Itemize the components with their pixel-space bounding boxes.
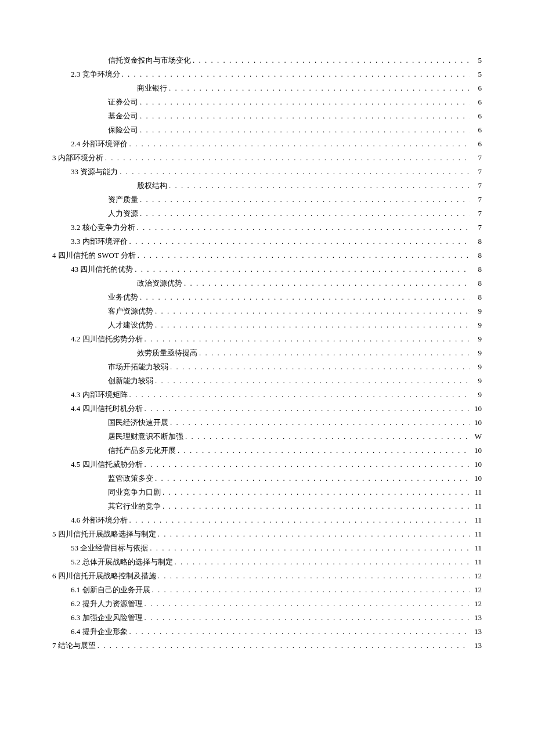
toc-leader-dots	[140, 207, 470, 221]
toc-page-number: 8	[471, 276, 482, 290]
toc-label: 43 四川信托的优势	[71, 262, 133, 276]
toc-page-number: 13	[471, 611, 482, 625]
toc-page-number: 9	[471, 318, 482, 332]
toc-page-number: 6	[471, 123, 482, 137]
toc-leader-dots	[169, 179, 470, 193]
toc-page-number: 10	[471, 416, 482, 430]
toc-leader-dots	[129, 137, 470, 151]
toc-label: 4 四川信托的 SWOT 分析	[52, 249, 136, 262]
toc-entry: 43 四川信托的优势8	[52, 262, 482, 276]
toc-leader-dots	[145, 332, 470, 346]
toc-page-number: 6	[471, 81, 482, 95]
toc-leader-dots	[185, 430, 470, 444]
toc-leader-dots	[129, 388, 470, 402]
toc-entry: 保险公司6	[52, 123, 482, 137]
toc-label: 创新能力较弱	[108, 374, 153, 388]
toc-page-number: 5	[471, 53, 482, 67]
toc-label: 基金公司	[108, 109, 138, 123]
toc-page-number: 10	[471, 444, 482, 458]
toc-page-number: 9	[471, 346, 482, 360]
toc-page-number: 6	[471, 95, 482, 109]
toc-label: 监管政策多变	[108, 471, 153, 485]
toc-entry: 2.3 竞争环境分5	[52, 67, 482, 81]
toc-label: 53 企业经营目标与依据	[71, 541, 148, 555]
toc-label: 业务优势	[108, 290, 138, 304]
toc-leader-dots	[129, 625, 470, 639]
toc-page-number: 9	[471, 360, 482, 374]
toc-leader-dots	[145, 402, 470, 416]
table-of-contents: 信托资金投向与市场变化52.3 竞争环境分5商业银行6证券公司6基金公司6保险公…	[52, 53, 482, 653]
toc-entry: 4.2 四川信托劣势分析9	[52, 332, 482, 346]
toc-leader-dots	[145, 597, 470, 611]
toc-page-number: 7	[471, 151, 482, 165]
toc-entry: 3.2 核心竞争力分析7	[52, 221, 482, 235]
toc-label: 保险公司	[108, 123, 138, 137]
toc-entry: 国民经济快速开展10	[52, 416, 482, 430]
toc-label: 信托资金投向与市场变化	[108, 53, 191, 67]
toc-entry: 4 四川信托的 SWOT 分析8	[52, 249, 482, 262]
toc-entry: 4.4 四川信托时机分析10	[52, 402, 482, 416]
toc-label: 客户资源优势	[108, 304, 153, 318]
toc-label: 3 内部环境分析	[52, 151, 103, 165]
toc-page-number: 11	[471, 513, 482, 527]
toc-leader-dots	[150, 541, 470, 555]
toc-label: 同业竞争力口剧	[108, 485, 161, 499]
toc-leader-dots	[135, 262, 470, 276]
toc-label: 其它行业的竞争	[108, 499, 161, 513]
toc-page-number: 6	[471, 137, 482, 151]
toc-label: 3.3 内部环境评价	[71, 235, 128, 249]
toc-page-number: 7	[471, 221, 482, 235]
toc-label: 5 四川信托开展战略选择与制定	[52, 527, 156, 541]
toc-entry: 6.4 提升企业形象13	[52, 625, 482, 639]
toc-label: 4.6 外部环境分析	[71, 513, 128, 527]
toc-leader-dots	[158, 569, 470, 583]
toc-leader-dots	[152, 583, 470, 597]
toc-label: 资产质量	[108, 193, 138, 207]
toc-page-number: 7	[471, 165, 482, 179]
toc-leader-dots	[129, 513, 470, 527]
toc-label: 4.4 四川信托时机分析	[71, 402, 143, 416]
toc-label: 人才建设优势	[108, 318, 153, 332]
toc-entry: 市场开拓能力较弱9	[52, 360, 482, 374]
toc-leader-dots	[163, 499, 470, 513]
toc-page-number: 9	[471, 388, 482, 402]
toc-label: 7 结论与展望	[52, 639, 96, 653]
toc-leader-dots	[120, 165, 470, 179]
toc-label: 6 四川信托开展战略控制及措施	[52, 569, 156, 583]
toc-page-number: 9	[471, 304, 482, 318]
toc-label: 6.2 提升人力资源管理	[71, 597, 143, 611]
toc-leader-dots	[155, 471, 470, 485]
toc-page-number: 13	[471, 625, 482, 639]
toc-leader-dots	[193, 53, 470, 67]
toc-entry: 资产质量7	[52, 193, 482, 207]
toc-page-number: 13	[471, 639, 482, 653]
toc-leader-dots	[155, 318, 470, 332]
toc-entry: 商业银行6	[52, 81, 482, 95]
toc-page-number: 6	[471, 109, 482, 123]
toc-leader-dots	[170, 360, 470, 374]
toc-leader-dots	[98, 639, 470, 653]
toc-entry: 人力资源7	[52, 207, 482, 221]
toc-entry: 监管政策多变10	[52, 471, 482, 485]
toc-page-number: 12	[471, 569, 482, 583]
toc-page-number: 10	[471, 402, 482, 416]
toc-entry: 其它行业的竞争11	[52, 499, 482, 513]
toc-entry: 6.1 创新自己的业务开展12	[52, 583, 482, 597]
toc-entry: 创新能力较弱9	[52, 374, 482, 388]
toc-page-number: 7	[471, 179, 482, 193]
toc-entry: 人才建设优势9	[52, 318, 482, 332]
toc-leader-dots	[105, 151, 470, 165]
toc-label: 33 资源与能力	[71, 165, 118, 179]
toc-leader-dots	[140, 193, 470, 207]
toc-page-number: 8	[471, 249, 482, 262]
toc-leader-dots	[145, 458, 470, 471]
toc-page-number: 9	[471, 332, 482, 346]
toc-page-number: 12	[471, 583, 482, 597]
toc-entry: 7 结论与展望13	[52, 639, 482, 653]
toc-leader-dots	[170, 416, 470, 430]
toc-entry: 3 内部环境分析7	[52, 151, 482, 165]
toc-leader-dots	[158, 527, 470, 541]
toc-label: 居民理财意识不断加强	[108, 430, 183, 444]
toc-page-number: 9	[471, 374, 482, 388]
toc-page-number: 11	[471, 485, 482, 499]
